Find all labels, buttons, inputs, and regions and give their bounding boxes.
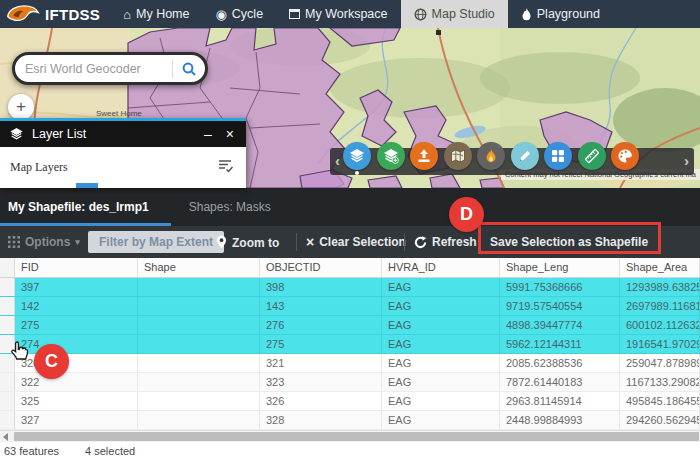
table-row[interactable]: 322323EAG7872.614401831167133.29082: [0, 373, 700, 392]
palette-tool-button[interactable]: [611, 142, 639, 170]
add-layers-tool-button[interactable]: [377, 142, 405, 170]
draw-tool-button[interactable]: [511, 142, 539, 170]
nav-item-cycle[interactable]: ◉ Cycle: [202, 0, 276, 28]
toolbar-scroll-left-icon[interactable]: ‹: [335, 152, 340, 169]
column-header-hvra-id[interactable]: HVRA_ID: [382, 258, 500, 277]
table-header: FID Shape OBJECTID HVRA_ID Shape_Leng Sh…: [0, 258, 700, 278]
zoom-to-button[interactable]: Zoom to: [216, 235, 279, 250]
palette-icon: [617, 148, 633, 164]
scroll-left-arrow-icon[interactable]: [3, 433, 8, 441]
upload-icon: [416, 148, 432, 164]
tab-shapes-masks[interactable]: Shapes: Masks: [175, 188, 285, 226]
search-input[interactable]: [15, 62, 172, 76]
options-label: Options: [25, 235, 70, 249]
table-cell: 5962.12144311: [500, 335, 620, 353]
layer-color-chip: [76, 183, 98, 188]
horizontal-scrollbar[interactable]: [0, 430, 700, 442]
brand[interactable]: IFTDSS: [0, 0, 110, 28]
nav-item-my-workspace[interactable]: My Workspace: [276, 0, 400, 28]
refresh-button[interactable]: Refresh: [414, 235, 477, 249]
table-cell: 327: [15, 411, 138, 429]
table-row[interactable]: 327328EAG2448.99884993294260.562945: [0, 411, 700, 430]
table-row[interactable]: 142143EAG9719.575405542697989.11681: [0, 297, 700, 316]
save-selection-as-shapefile-button[interactable]: Save Selection as Shapefile: [490, 235, 648, 249]
basemap-tool-button[interactable]: [444, 142, 472, 170]
table-cell: EAG: [382, 297, 500, 315]
flame-icon: [521, 8, 532, 21]
row-gutter[interactable]: [0, 373, 15, 391]
nav-item-map-studio[interactable]: Map Studio: [401, 0, 508, 28]
tab-my-shapefile[interactable]: My Shapefile: des_lrmp1: [0, 188, 175, 226]
table-cell: [138, 278, 260, 296]
workspace-icon: [289, 9, 300, 19]
ruler-icon: [584, 148, 600, 164]
draw-icon: [517, 148, 533, 164]
close-icon[interactable]: ×: [223, 127, 237, 141]
nav-item-playground[interactable]: Playground: [508, 0, 613, 28]
table-cell: EAG: [382, 335, 500, 353]
table-toolbar: Options ▾ Filter by Map Extent Zoom to ×…: [0, 226, 700, 258]
filter-by-map-extent-button[interactable]: Filter by Map Extent: [88, 231, 224, 253]
row-gutter[interactable]: [0, 316, 15, 334]
map-area[interactable]: Sweet Home + Layer List –: [0, 28, 700, 188]
row-gutter[interactable]: [0, 335, 15, 353]
row-gutter[interactable]: [0, 411, 15, 429]
scrollbar-thumb[interactable]: [14, 432, 699, 441]
refresh-label: Refresh: [432, 235, 477, 249]
table-cell: 323: [260, 373, 382, 391]
table-row[interactable]: 397398EAG5991.753686661293989.63825: [0, 278, 700, 297]
clear-selection-button[interactable]: × Clear Selection: [306, 234, 406, 250]
toolbar-scroll-right-icon[interactable]: ›: [684, 152, 689, 169]
row-gutter[interactable]: [0, 354, 15, 372]
nav-label: Playground: [537, 7, 600, 21]
layer-filter-icon[interactable]: [218, 158, 234, 177]
table-cell: 274: [15, 335, 138, 353]
row-gutter[interactable]: [0, 297, 15, 315]
table-cell: 275: [260, 335, 382, 353]
search-icon: [181, 61, 197, 77]
row-gutter[interactable]: [0, 392, 15, 410]
nav-item-my-home[interactable]: ⌂ My Home: [110, 0, 202, 28]
home-icon: ⌂: [123, 8, 131, 21]
table-row[interactable]: 320321EAG2085.62388536259047.878989: [0, 354, 700, 373]
nav-label: Cycle: [232, 7, 263, 21]
table-cell: EAG: [382, 411, 500, 429]
search-button[interactable]: [173, 55, 205, 82]
annotation-d-badge: D: [449, 197, 484, 232]
options-button[interactable]: Options ▾: [8, 235, 80, 249]
table-cell: EAG: [382, 373, 500, 391]
nav-label: My Workspace: [305, 7, 387, 21]
status-bar: 63 features 4 selected: [0, 442, 700, 459]
minimize-button[interactable]: –: [201, 127, 215, 141]
zoom-in-button[interactable]: +: [8, 94, 34, 120]
fire-tool-button[interactable]: [477, 142, 505, 170]
layer-list-header[interactable]: Layer List – ×: [0, 118, 246, 147]
layer-list-title: Layer List: [32, 127, 193, 141]
table-cell: 5991.75368666: [500, 278, 620, 296]
table-row[interactable]: 275276EAG4898.39447774600102.112632: [0, 316, 700, 335]
table-row[interactable]: 325326EAG2963.81145914495845.186455: [0, 392, 700, 411]
table-cell: [138, 354, 260, 372]
table-cell: [138, 411, 260, 429]
town-label: Sweet Home: [96, 109, 142, 118]
column-header-fid[interactable]: FID: [15, 258, 138, 277]
layers-tool-button[interactable]: [343, 142, 371, 170]
table-cell: 7872.61440183: [500, 373, 620, 391]
column-header-shape[interactable]: Shape: [138, 258, 260, 277]
table-row[interactable]: 274275EAG5962.121443111916541.97029: [0, 335, 700, 354]
basemap-icon: [450, 148, 466, 164]
upload-tool-button[interactable]: [410, 142, 438, 170]
cycle-icon: ◉: [215, 8, 226, 21]
table-cell: EAG: [382, 316, 500, 334]
measure-tool-button[interactable]: [578, 142, 606, 170]
header-gutter: [0, 258, 15, 277]
apps-tool-button[interactable]: [544, 142, 572, 170]
column-header-shape-area[interactable]: Shape_Area: [620, 258, 700, 277]
column-header-shape-leng[interactable]: Shape_Leng: [500, 258, 620, 277]
column-header-objectid[interactable]: OBJECTID: [260, 258, 382, 277]
table-cell: 142: [15, 297, 138, 315]
table-cell: 259047.878989: [620, 354, 700, 372]
row-gutter[interactable]: [0, 278, 15, 296]
options-grid-icon: [8, 236, 20, 248]
tab-label: Shapes: Masks: [189, 200, 271, 214]
